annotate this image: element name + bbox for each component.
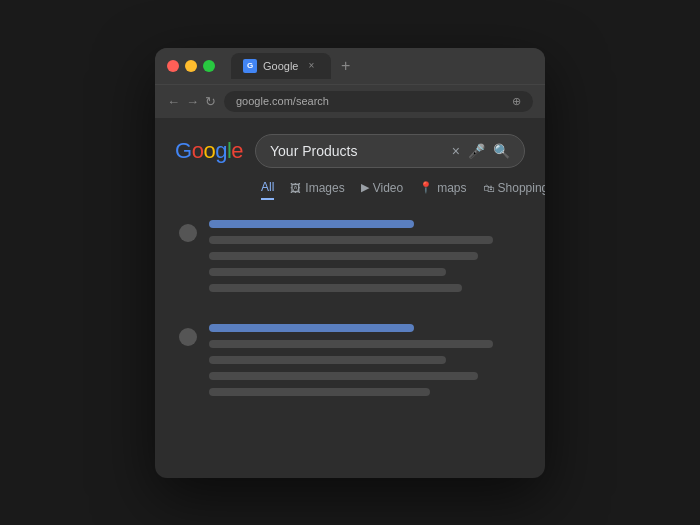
back-button[interactable]: ← [167, 94, 180, 109]
search-query: Your Products [270, 143, 444, 159]
search-box[interactable]: Your Products × 🎤 🔍 [255, 134, 525, 168]
skeleton-line [209, 252, 478, 260]
tab-shopping[interactable]: 🛍 Shopping [483, 180, 545, 200]
tab-video[interactable]: ▶ Video [361, 180, 403, 200]
tab-shopping-label: Shopping [498, 181, 545, 195]
result-item [179, 220, 525, 300]
google-header: Google Your Products × 🎤 🔍 [175, 134, 525, 168]
result-item [179, 324, 525, 404]
new-tab-button[interactable]: + [335, 55, 356, 77]
tab-bar: G Google × + [231, 53, 533, 79]
search-submit-icon[interactable]: 🔍 [493, 143, 510, 159]
maximize-button[interactable] [203, 60, 215, 72]
images-icon: 🖼 [290, 182, 301, 194]
address-field[interactable]: google.com/search ⊕ [224, 91, 533, 112]
address-bar-row: ← → ↻ google.com/search ⊕ [155, 84, 545, 118]
skeleton-line [209, 236, 493, 244]
address-text: google.com/search [236, 95, 506, 107]
active-tab[interactable]: G Google × [231, 53, 331, 79]
tab-images[interactable]: 🖼 Images [290, 180, 344, 200]
skeleton-line [209, 356, 446, 364]
tab-video-label: Video [373, 181, 403, 195]
tab-label: Google [263, 60, 298, 72]
skeleton-line [209, 340, 493, 348]
skeleton-line [209, 388, 430, 396]
skeleton-title [209, 324, 414, 332]
tab-maps-label: maps [437, 181, 466, 195]
result-avatar [179, 224, 197, 242]
shopping-icon: 🛍 [483, 182, 494, 194]
traffic-lights [167, 60, 215, 72]
tab-all-label: All [261, 180, 274, 194]
skeleton-line [209, 268, 446, 276]
tab-all[interactable]: All [261, 180, 274, 200]
result-content [209, 324, 525, 404]
skeleton-title [209, 220, 414, 228]
search-tabs: All 🖼 Images ▶ Video 📍 maps 🛍 Shopping [261, 180, 525, 204]
nav-buttons: ← → ↻ [167, 94, 216, 109]
search-voice-icon[interactable]: 🎤 [468, 143, 485, 159]
tab-maps[interactable]: 📍 maps [419, 180, 466, 200]
search-clear-icon[interactable]: × [452, 143, 460, 159]
result-avatar [179, 328, 197, 346]
skeleton-line [209, 372, 478, 380]
close-button[interactable] [167, 60, 179, 72]
favicon-letter: G [247, 61, 253, 70]
browser-window: G Google × + ← → ↻ google.com/search ⊕ G… [155, 48, 545, 478]
address-secure-icon: ⊕ [512, 95, 521, 108]
results-area [175, 220, 525, 404]
minimize-button[interactable] [185, 60, 197, 72]
google-logo: Google [175, 138, 243, 164]
tab-close-icon[interactable]: × [308, 60, 314, 71]
result-content [209, 220, 525, 300]
tab-images-label: Images [305, 181, 344, 195]
tab-favicon: G [243, 59, 257, 73]
video-icon: ▶ [361, 181, 369, 194]
skeleton-line [209, 284, 462, 292]
search-icons: × 🎤 🔍 [452, 143, 510, 159]
browser-content: Google Your Products × 🎤 🔍 All 🖼 Images [155, 118, 545, 444]
maps-icon: 📍 [419, 181, 433, 194]
reload-button[interactable]: ↻ [205, 94, 216, 109]
forward-button[interactable]: → [186, 94, 199, 109]
title-bar: G Google × + [155, 48, 545, 84]
